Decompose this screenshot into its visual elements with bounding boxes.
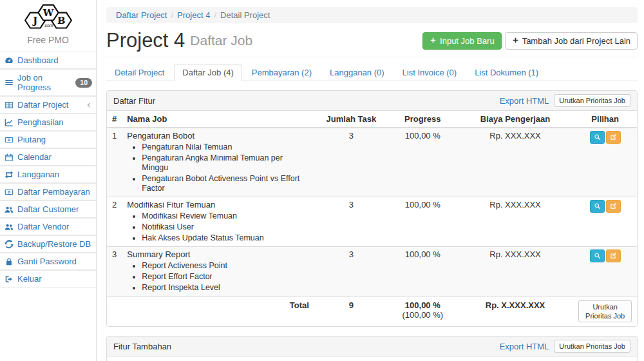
sidebar-item-label: Daftar Customer — [17, 204, 79, 214]
search-icon — [594, 251, 601, 261]
project-tabs: Detail ProjectDaftar Job (4)Pembayaran (… — [106, 64, 638, 81]
total-progress-value: 100,00 % — [405, 300, 440, 310]
job-name: Modifikasi Fitur Temuan — [127, 200, 309, 210]
job-cell: Summary ReportReport Activeness PointRep… — [122, 247, 314, 297]
column-header-progress: Progress — [314, 356, 417, 361]
column-header-progress: Progress — [388, 111, 457, 128]
panel-heading: Fitur TambahanExport HTMLUrutkan Priorit… — [107, 337, 637, 356]
search-icon — [594, 202, 601, 211]
tab-list-dokumen-1[interactable]: List Dokumen (1) — [466, 64, 547, 81]
export-html-link[interactable]: Export HTML — [500, 96, 549, 106]
total-actions-cell: Urutkan Prioritas Job — [573, 297, 637, 327]
table-row: 2Modifikasi Fitur TemuanModifikasi Revie… — [107, 197, 637, 247]
edit-button[interactable] — [606, 249, 621, 262]
row-number: 2 — [107, 197, 122, 247]
sidebar-item-label: Langganan — [17, 170, 59, 179]
breadcrumb-item-detail-project: Detail Project — [220, 10, 270, 20]
tab-pembayaran-2[interactable]: Pembayaran (2) — [243, 64, 320, 81]
sidebar: J W B .com Free PMO DashboardJob on Prog… — [0, 0, 97, 361]
sidebar-item-daftar-vendor[interactable]: Daftar Vendor — [0, 218, 96, 235]
sidebar-item-ganti-password[interactable]: Ganti Password — [0, 253, 96, 270]
money-icon — [5, 188, 14, 197]
button-label: Input Job Baru — [440, 35, 495, 46]
actions-cell — [573, 197, 637, 247]
panels-container: Daftar FiturExport HTMLUrutkan Prioritas… — [106, 90, 638, 361]
cost-cell: Rp. XXX.XXX — [457, 247, 574, 297]
sidebar-item-label: Daftar Pembayaran — [17, 187, 90, 197]
column-header-biaya-pengerjaan: Biaya Pengerjaan — [417, 356, 563, 361]
subtask-list: Modifikasi Review TemuanNotifikasi UserH… — [142, 211, 309, 243]
input-job-baru-button[interactable]: Input Job Baru — [422, 32, 502, 50]
sidebar-item-daftar-pembayaran[interactable]: Daftar Pembayaran — [0, 183, 96, 200]
export-html-link[interactable]: Export HTML — [500, 342, 549, 351]
sidebar-item-daftar-project[interactable]: Daftar Project — [0, 96, 96, 113]
table-row: 1Pengaturan BobotPengaturan Nilai Temuan… — [107, 128, 637, 197]
total-row: Total9100,00 % (100,00 %)Rp. X.XXX.XXXUr… — [107, 297, 637, 327]
sidebar-item-penghasilan[interactable]: Penghasilan — [0, 113, 96, 131]
row-number: 1 — [107, 128, 122, 197]
retweet-icon — [5, 170, 14, 179]
dashboard-icon — [5, 56, 14, 65]
search-button[interactable] — [590, 131, 605, 144]
total-cost: Rp. X.XXX.XXX — [457, 297, 574, 327]
page-subtitle: Daftar Job — [190, 33, 252, 48]
sort-priority-button[interactable]: Urutkan Prioritas Job — [578, 300, 632, 322]
cost-cell: Rp. XXX.XXX — [457, 197, 574, 247]
search-button[interactable] — [590, 249, 605, 262]
subtask-item: Report Effort Factor — [142, 272, 309, 282]
chevron-left-icon — [86, 102, 92, 108]
sort-priority-button[interactable]: Urutkan Prioritas Job — [554, 340, 630, 353]
table-header-row: #Nama JobJumlah TaskProgressBiaya Penger… — [107, 111, 637, 128]
column-header-: # — [107, 356, 122, 361]
sidebar-item-piutang[interactable]: Piutang — [0, 131, 96, 148]
brand-logo[interactable]: J W B .com — [0, 0, 96, 32]
sidebar-item-job-on-progress[interactable]: Job on Progress10 — [0, 69, 96, 96]
users-icon — [5, 205, 14, 214]
progress-cell: 100,00 % — [388, 197, 457, 247]
edit-icon — [610, 251, 617, 261]
svg-text:W: W — [42, 7, 53, 18]
refresh-icon — [5, 240, 14, 249]
header-buttons: Input Job BaruTambah Job dari Project La… — [422, 32, 638, 50]
sidebar-item-backup-restore-db[interactable]: Backup/Restore DB — [0, 235, 96, 253]
plus-icon — [512, 35, 519, 46]
edit-button[interactable] — [606, 200, 621, 213]
sidebar-item-label: Keluar — [17, 274, 42, 284]
tab-detail-project[interactable]: Detail Project — [106, 64, 173, 81]
sidebar-item-label: Daftar Project — [17, 100, 68, 110]
tab-langganan-0[interactable]: Langganan (0) — [321, 64, 393, 81]
task-count-cell: 3 — [314, 128, 388, 197]
tab-list-invoice-0[interactable]: List Invoice (0) — [394, 64, 466, 81]
sidebar-menu: DashboardJob on Progress10Daftar Project… — [0, 52, 96, 288]
subtask-item: Report Activeness Point — [142, 261, 309, 271]
search-button[interactable] — [590, 200, 605, 213]
panel-heading: Daftar FiturExport HTMLUrutkan Prioritas… — [107, 91, 637, 111]
calendar-icon — [5, 153, 14, 162]
breadcrumb-item-project-4[interactable]: Project 4 — [177, 10, 210, 20]
sidebar-item-daftar-customer[interactable]: Daftar Customer — [0, 200, 96, 218]
jwb-logo-icon: J W B .com — [19, 1, 78, 32]
sidebar-item-langganan[interactable]: Langganan — [0, 166, 96, 183]
table-header-row: #Nama JobJumlah TaskProgressBiaya Penger… — [107, 356, 637, 361]
sort-priority-button[interactable]: Urutkan Prioritas Job — [554, 94, 630, 107]
edit-button[interactable] — [606, 131, 621, 144]
actions-cell — [573, 247, 637, 297]
sidebar-item-keluar[interactable]: Keluar — [0, 270, 96, 288]
column-header-pilihan: Pilihan — [573, 111, 637, 128]
row-number: 3 — [107, 247, 122, 297]
breadcrumb-separator: / — [167, 10, 177, 20]
sidebar-item-calendar[interactable]: Calendar — [0, 148, 96, 166]
sidebar-item-label: Ganti Password — [17, 257, 77, 266]
svg-text:B: B — [57, 15, 65, 26]
sidebar-item-dashboard[interactable]: Dashboard — [0, 52, 96, 69]
svg-text:.com: .com — [43, 23, 53, 28]
sidebar-item-label: Calendar — [17, 152, 52, 162]
sign-out-icon — [5, 275, 14, 284]
page-header: Project 4 Daftar Job Input Job BaruTamba… — [106, 23, 638, 57]
tab-daftar-job-4[interactable]: Daftar Job (4) — [174, 64, 242, 81]
tambah-job-dari-project-lain-button[interactable]: Tambah Job dari Project Lain — [505, 32, 638, 50]
progress-cell: 100,00 % — [388, 247, 457, 297]
breadcrumb-item-daftar-project[interactable]: Daftar Project — [116, 10, 167, 20]
sidebar-item-label: Piutang — [17, 135, 46, 144]
svg-text:J: J — [32, 15, 37, 26]
